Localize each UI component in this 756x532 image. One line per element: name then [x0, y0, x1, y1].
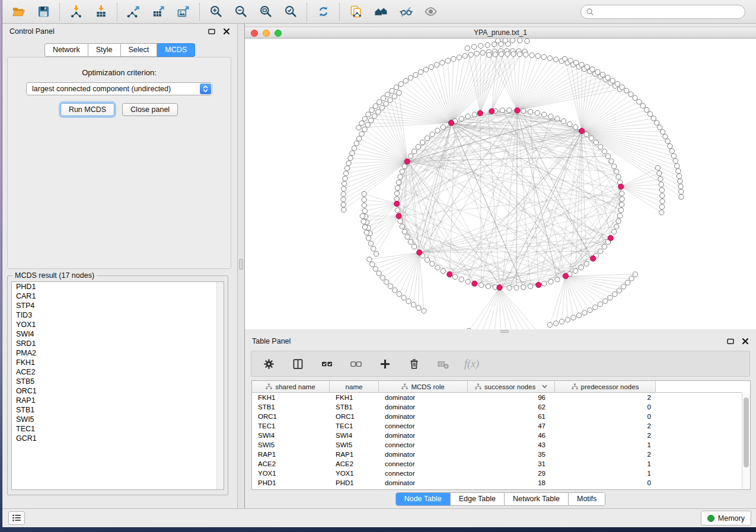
table-scrollbar-thumb[interactable]	[744, 398, 749, 467]
table-cell[interactable]: PHD1	[330, 478, 379, 488]
save-session-button[interactable]	[31, 2, 56, 21]
table-cell[interactable]: YOX1	[330, 469, 379, 478]
table-cell[interactable]: dominator	[379, 402, 468, 412]
mcds-result-item[interactable]: STP4	[12, 301, 224, 310]
mcds-result-item[interactable]: ORC1	[12, 386, 224, 396]
table-cell[interactable]: 43	[468, 440, 555, 450]
table-cell[interactable]: ORC1	[330, 412, 379, 421]
memory-button[interactable]: Memory	[701, 511, 751, 525]
table-cell[interactable]: 2	[555, 421, 656, 431]
table-cell[interactable]: RAP1	[330, 450, 379, 459]
table-scrollbar[interactable]	[742, 393, 750, 489]
mcds-result-item[interactable]: PMA2	[12, 348, 224, 358]
table-cell[interactable]: SWI5	[330, 440, 379, 450]
table-cell[interactable]: SWI4	[330, 431, 379, 440]
table-cell[interactable]: dominator	[379, 450, 468, 459]
table-cell[interactable]: connector	[379, 459, 468, 469]
table-row[interactable]: STB1STB1dominator620	[252, 402, 742, 412]
delete-columns-button[interactable]	[406, 356, 422, 371]
table-cell[interactable]: 18	[468, 478, 555, 488]
table-cell[interactable]: dominator	[379, 478, 468, 488]
run-mcds-button[interactable]: Run MCDS	[60, 103, 114, 116]
close-panel-button[interactable]: Close panel	[122, 103, 178, 116]
table-cell[interactable]: 1	[555, 459, 656, 469]
table-cell[interactable]: STB1	[330, 402, 379, 412]
float-window-icon[interactable]	[208, 28, 215, 35]
table-cell[interactable]: 46	[468, 431, 555, 440]
create-column-button[interactable]	[377, 356, 393, 371]
tab-motifs[interactable]: Motifs	[568, 493, 605, 505]
close-table-panel-icon[interactable]	[742, 338, 749, 345]
mcds-list-scrollbar[interactable]	[216, 282, 224, 489]
mcds-result-item[interactable]: RAP1	[12, 396, 224, 405]
column-header-name[interactable]: name	[330, 381, 379, 392]
column-header-shared-name[interactable]: shared name	[252, 381, 330, 392]
column-header-predecessor-nodes[interactable]: predecessor nodes	[555, 381, 656, 392]
search-box[interactable]	[580, 5, 745, 19]
tab-style[interactable]: Style	[88, 43, 121, 57]
table-cell[interactable]: dominator	[379, 431, 468, 440]
table-row[interactable]: PHD1PHD1dominator180	[252, 478, 742, 488]
mcds-result-item[interactable]: TEC1	[12, 424, 224, 434]
show-all-networks-button[interactable]	[368, 2, 393, 21]
table-cell[interactable]: dominator	[379, 412, 468, 421]
import-network-from-file-button[interactable]	[63, 2, 88, 21]
table-cell[interactable]: ACE2	[252, 459, 330, 469]
mcds-result-item[interactable]: GCR1	[12, 434, 224, 443]
table-cell[interactable]: 0	[555, 412, 656, 421]
zoom-in-button[interactable]	[203, 2, 228, 21]
task-history-button[interactable]	[8, 511, 25, 525]
close-window-button[interactable]	[251, 30, 258, 37]
table-cell[interactable]: 35	[468, 450, 555, 459]
table-cell[interactable]: 2	[555, 431, 656, 440]
table-row[interactable]: FKH1FKH1dominator962	[252, 393, 742, 402]
tab-edge-table[interactable]: Edge Table	[450, 493, 504, 505]
tab-network[interactable]: Network	[44, 43, 88, 57]
vertical-splitter[interactable]	[237, 24, 245, 508]
table-cell[interactable]: 2	[555, 450, 656, 459]
export-image-button[interactable]	[171, 2, 196, 21]
close-panel-icon[interactable]	[223, 28, 230, 35]
float-table-panel-icon[interactable]	[727, 338, 734, 345]
table-cell[interactable]: 31	[468, 459, 555, 469]
hide-annotations-button[interactable]	[393, 2, 418, 21]
column-header-successor-nodes[interactable]: successor nodes	[468, 381, 555, 392]
zoom-fit-content-button[interactable]	[253, 2, 278, 21]
open-session-button[interactable]	[6, 2, 31, 21]
mcds-result-list[interactable]: PHD1CAR1STP4TID3YOX1SWI4SRD1PMA2FKH1ACE2…	[11, 281, 224, 490]
mcds-result-item[interactable]: SRD1	[12, 339, 224, 348]
network-canvas[interactable]	[245, 39, 756, 329]
table-cell[interactable]: STB1	[252, 402, 330, 412]
column-header-MCDS-role[interactable]: MCDS role	[379, 381, 468, 392]
delete-table-button[interactable]	[435, 356, 451, 371]
function-builder-button[interactable]: f(x)	[464, 356, 479, 371]
mcds-result-item[interactable]: STB5	[12, 377, 224, 386]
mcds-result-item[interactable]: STB1	[12, 405, 224, 415]
table-cell[interactable]: SWI5	[252, 440, 330, 450]
show-annotations-button[interactable]	[418, 2, 443, 21]
table-cell[interactable]: 0	[555, 402, 656, 412]
table-cell[interactable]: SWI4	[252, 431, 330, 440]
table-cell[interactable]: dominator	[379, 393, 468, 402]
tab-network-table[interactable]: Network Table	[504, 493, 568, 505]
table-cell[interactable]: 61	[468, 412, 555, 421]
mcds-result-item[interactable]: ACE2	[12, 367, 224, 377]
search-input[interactable]	[594, 6, 745, 18]
show-hide-columns-button[interactable]	[290, 356, 305, 371]
minimize-window-button[interactable]	[263, 30, 270, 37]
mcds-result-item[interactable]: PHD1	[12, 282, 224, 291]
export-table-button[interactable]	[146, 2, 171, 21]
horizontal-splitter[interactable]	[245, 329, 756, 334]
table-row[interactable]: YOX1YOX1connector291	[252, 469, 742, 478]
select-all-rows-button[interactable]	[319, 356, 334, 371]
maximize-window-button[interactable]	[275, 30, 282, 37]
table-cell[interactable]: RAP1	[252, 450, 330, 459]
mcds-result-item[interactable]: CAR1	[12, 291, 224, 301]
mcds-result-item[interactable]: TID3	[12, 310, 224, 320]
table-cell[interactable]: YOX1	[252, 469, 330, 478]
zoom-selected-button[interactable]	[278, 2, 303, 21]
criterion-dropdown[interactable]: largest connected component (undirected)	[26, 82, 212, 95]
table-cell[interactable]: TEC1	[330, 421, 379, 431]
mcds-result-item[interactable]: FKH1	[12, 358, 224, 367]
table-cell[interactable]: FKH1	[330, 393, 379, 402]
